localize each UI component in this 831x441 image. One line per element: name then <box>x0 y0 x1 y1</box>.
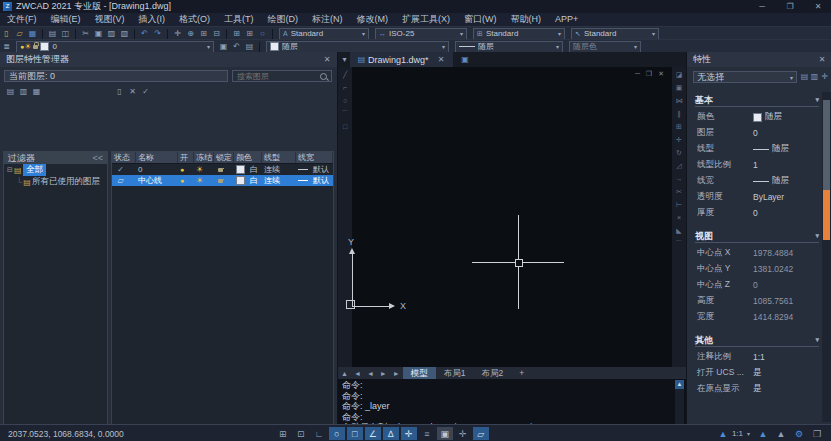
nav-prev-icon[interactable]: ◄ <box>364 370 377 377</box>
arc-tool-icon[interactable]: ⌒ <box>340 109 351 118</box>
nav-last-icon[interactable]: ► <box>390 370 403 377</box>
lineweight-toggle-icon[interactable]: ≡ <box>419 427 435 440</box>
menu-format[interactable]: 格式(O) <box>172 13 217 26</box>
section-basic[interactable]: 基本▾ <box>695 94 819 107</box>
layer-manager-close-icon[interactable]: ✕ <box>321 54 333 65</box>
layer-lock-icon[interactable] <box>218 179 223 183</box>
make-layer-current-icon[interactable]: ▣ <box>217 41 230 52</box>
menu-dimension[interactable]: 标注(N) <box>305 13 350 26</box>
layers-icon[interactable]: ≣ <box>0 41 13 52</box>
array-icon[interactable]: ⊞ <box>674 122 685 131</box>
menu-window[interactable]: 窗口(W) <box>457 13 504 26</box>
annotation-scale-value[interactable]: 1:1 <box>732 429 743 438</box>
annotation-scale-icon[interactable]: ▲ <box>715 427 731 440</box>
properties-scrollbar[interactable] <box>822 92 831 422</box>
save-icon[interactable]: ▦ <box>26 28 39 39</box>
extend-icon[interactable]: ⊢ <box>674 200 685 209</box>
mirror-icon[interactable]: ⋈ <box>674 96 685 105</box>
model-space-toggle-icon[interactable]: ▣ <box>437 427 453 440</box>
tab-layout2[interactable]: 布局2 <box>473 367 511 379</box>
chevron-down-icon[interactable]: ▾ <box>744 427 753 440</box>
match-properties-icon[interactable]: ▧ <box>118 28 131 39</box>
layer-states-icon[interactable]: ▤ <box>243 41 256 52</box>
layer-color-swatch[interactable] <box>236 176 245 185</box>
trim-icon[interactable]: ✂ <box>674 187 685 196</box>
rect-tool-icon[interactable]: □ <box>340 122 351 131</box>
prop-value[interactable]: 1 <box>753 160 817 170</box>
dim-style-combo[interactable]: ↔ ISO-25▾ <box>375 28 467 40</box>
zoom-window-icon[interactable]: ⊞ <box>197 28 210 39</box>
new-property-filter-icon[interactable]: ▤ <box>4 86 17 97</box>
prop-value[interactable]: ByLayer <box>753 192 817 202</box>
layer-search-box[interactable] <box>232 70 332 82</box>
copy-icon[interactable]: ▣ <box>92 28 105 39</box>
copy-icon[interactable]: ▣ <box>674 83 685 92</box>
drawing-tab[interactable]: ▤ Drawing1.dwg* ✕ <box>350 52 453 67</box>
section-view[interactable]: 视图▾ <box>695 230 819 243</box>
close-button[interactable]: ✕ <box>805 0 831 13</box>
color-combo[interactable]: 随层 ▾ <box>266 41 449 53</box>
menu-file[interactable]: 文件(F) <box>0 13 44 26</box>
layer-previous-icon[interactable]: ↶ <box>230 41 243 52</box>
rotate-icon[interactable]: ↻ <box>674 148 685 157</box>
break-icon[interactable]: × <box>674 213 685 222</box>
minimize-button[interactable]: ─ <box>749 0 775 13</box>
redo-icon[interactable]: ↷ <box>151 28 164 39</box>
menu-help[interactable]: 帮助(H) <box>504 13 549 26</box>
prop-value[interactable]: 1:1 <box>753 352 817 362</box>
prop-value[interactable]: 随层 <box>753 143 817 155</box>
tree-item-all[interactable]: ⊟ ▤ 全部 <box>4 164 107 176</box>
layer-freeze-icon[interactable]: ☀ <box>196 165 203 174</box>
tree-item-used-layers[interactable]: └ ▤ 所有已使用的图层 <box>4 176 107 188</box>
layer-combo[interactable]: ● ☀ 0 ▾ <box>16 41 214 53</box>
menu-view[interactable]: 视图(V) <box>88 13 132 26</box>
table-row[interactable]: ✓ 0 ● ☀ 白 连续 默认 <box>112 164 333 175</box>
prop-value[interactable]: 是 <box>753 383 817 395</box>
mdi-minimize-icon[interactable]: ─ <box>635 70 640 78</box>
tool-palette-icon[interactable]: ○ <box>256 28 269 39</box>
stretch-icon[interactable]: → <box>674 174 685 183</box>
new-layer-icon[interactable]: ▯ <box>113 86 126 97</box>
polar-track-toggle-icon[interactable]: ∆ <box>383 427 399 440</box>
erase-icon[interactable]: ◪ <box>674 70 685 79</box>
paste-icon[interactable]: ▨ <box>105 28 118 39</box>
menu-tools[interactable]: 工具(T) <box>217 13 261 26</box>
new-drawing-tab-icon[interactable]: ▣ <box>459 54 472 65</box>
scroll-up-icon[interactable]: ▲ <box>675 380 684 389</box>
layer-states-manager-icon[interactable]: ▦ <box>30 86 43 97</box>
tab-menu-icon[interactable]: ▾ <box>338 54 351 65</box>
scale-icon[interactable]: ◿ <box>674 161 685 170</box>
viewport-icon[interactable]: ⊞ <box>230 28 243 39</box>
maximize-button[interactable]: ❐ <box>777 0 803 13</box>
prop-value[interactable]: 0 <box>753 208 817 218</box>
layer-search-input[interactable] <box>237 72 320 81</box>
line-tool-icon[interactable]: ╱ <box>340 70 351 79</box>
zoom-previous-icon[interactable]: ⊟ <box>210 28 223 39</box>
preview-icon[interactable]: ◫ <box>59 28 72 39</box>
menu-insert[interactable]: 插入(I) <box>132 13 173 26</box>
fillet-icon[interactable]: ⌒ <box>674 239 685 248</box>
menu-modify[interactable]: 修改(M) <box>350 13 396 26</box>
menu-app-plus[interactable]: APP+ <box>548 13 585 26</box>
open-icon[interactable]: ▱ <box>13 28 26 39</box>
table-row-selected[interactable]: ▱ 中心线 ● ☀ 白 连续 默认 <box>112 175 333 186</box>
layer-color-swatch[interactable] <box>236 165 245 174</box>
collapse-filters-icon[interactable]: << <box>92 153 103 163</box>
layer-on-icon[interactable]: ● <box>180 177 184 184</box>
fullscreen-icon[interactable]: ❒ <box>809 427 825 440</box>
annotation-visibility-icon[interactable]: ▲ <box>755 427 771 440</box>
paper-toggle-icon[interactable]: ▱ <box>473 427 489 440</box>
text-style-combo[interactable]: A Standard▾ <box>279 28 369 40</box>
settings-gear-icon[interactable]: ⚙ <box>791 427 807 440</box>
mleader-style-combo[interactable]: ↖ Standard▾ <box>571 28 659 40</box>
layer-on-icon[interactable]: ● <box>180 166 184 173</box>
selection-combo[interactable]: 无选择 ▾ <box>693 71 797 83</box>
menu-edit[interactable]: 编辑(E) <box>44 13 88 26</box>
cut-icon[interactable]: ✂ <box>79 28 92 39</box>
prop-value[interactable]: 是 <box>753 367 817 379</box>
polyline-tool-icon[interactable]: ⌐ <box>340 83 351 92</box>
drawing-canvas[interactable]: ╱ ⌐ ○ ⌒ □ ◪ ▣ ⋈ ∥ ⊞ ✛ ↻ ◿ → ✂ ⊢ × ◣ <box>338 67 686 367</box>
prop-value[interactable]: 0 <box>753 128 817 138</box>
pan-icon[interactable]: ✛ <box>171 28 184 39</box>
tab-layout1[interactable]: 布局1 <box>436 367 474 379</box>
